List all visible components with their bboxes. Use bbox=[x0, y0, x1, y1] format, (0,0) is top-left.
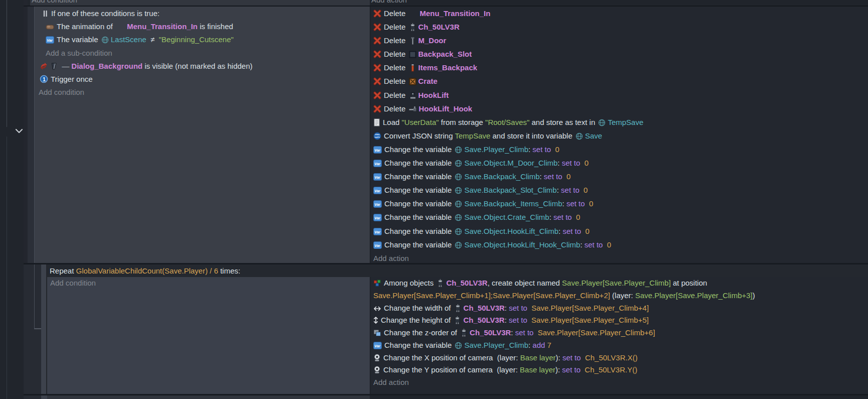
row-text: : bbox=[562, 199, 566, 208]
row-text: 0 bbox=[589, 199, 593, 208]
row-text: from storage bbox=[439, 118, 486, 126]
action-set-variable-hooklift-hook-climb[interactable]: VarChange the variable Save.Object.HookL… bbox=[370, 238, 868, 251]
row-text: Ch_50LV3R bbox=[418, 23, 460, 31]
action-delete-m-door[interactable]: Delete M_Door bbox=[370, 34, 868, 47]
crate-icon bbox=[409, 78, 416, 85]
row-text: Delete bbox=[384, 91, 408, 99]
row-text: 0 bbox=[584, 186, 588, 194]
repeat-event-header[interactable]: Repeat GlobalVariableChildCount(Save.Pla… bbox=[47, 264, 868, 277]
row-text: Ch_50LV3R bbox=[446, 279, 487, 287]
action-convert-json[interactable]: Convert JSON string TempSave and store i… bbox=[370, 129, 868, 143]
row-text: Crate bbox=[418, 77, 438, 85]
json-icon bbox=[373, 132, 381, 140]
event1-drag-bar[interactable] bbox=[28, 7, 34, 263]
action-set-variable-hooklift-climb[interactable]: VarChange the variable Save.Object.HookL… bbox=[370, 224, 868, 238]
action-set-variable-backpack-slot-climb[interactable]: VarChange the variable Save.Backpack_Slo… bbox=[370, 183, 868, 197]
action-create-object[interactable]: Among objects Ch_50LV3R, create object n… bbox=[370, 277, 868, 302]
animation-icon bbox=[46, 23, 54, 31]
row-text: and store as text in bbox=[529, 118, 597, 126]
row-text: Delete bbox=[384, 9, 408, 18]
action-change-z-order[interactable]: Change the z-order of Ch_50LV3R: set to … bbox=[370, 327, 868, 339]
action-camera-y[interactable]: Change the Y position of camera (layer: … bbox=[370, 364, 868, 376]
previous-event-actions-strip: Add action bbox=[370, 0, 868, 6]
door-icon bbox=[409, 37, 416, 45]
row-text: Save.Player[Save.Player_Climb+5] bbox=[531, 316, 649, 324]
collapse-chevron-icon[interactable] bbox=[15, 127, 24, 135]
action-set-variable-m-door-climb[interactable]: VarChange the variable Save.Object.M_Doo… bbox=[370, 156, 868, 170]
add-action-button[interactable]: Add action bbox=[370, 251, 868, 263]
action-delete-crate[interactable]: Delete Crate bbox=[370, 74, 868, 88]
row-text: — bbox=[60, 62, 71, 70]
add-condition-button[interactable]: Add condition bbox=[35, 86, 370, 99]
row-text: Change the height of bbox=[381, 316, 453, 324]
hooklift-icon bbox=[409, 91, 416, 99]
svg-text:Var: Var bbox=[374, 175, 381, 180]
repeat-actions-panel: Among objects Ch_50LV3R, create object n… bbox=[370, 277, 868, 394]
row-text: Save.Player[Save.Player_Climb+4] bbox=[531, 304, 649, 312]
global-variable-icon bbox=[598, 119, 606, 126]
row-text: Change the variable bbox=[384, 199, 454, 208]
row-text: at position bbox=[671, 279, 709, 287]
row-text: 0 bbox=[566, 172, 570, 181]
action-delete-ch-50lv3r[interactable]: Delete Ch_50LV3R bbox=[370, 20, 868, 34]
action-set-variable-backpack-items-climb[interactable]: VarChange the variable Save.Backpack_Ite… bbox=[370, 197, 868, 210]
row-text: set to bbox=[509, 304, 531, 312]
repeat-event-drag-bar[interactable] bbox=[41, 264, 47, 394]
action-delete-menu-transition-in[interactable]: Delete Menu_Transition_In bbox=[370, 7, 868, 20]
row-text: set to bbox=[553, 213, 576, 221]
condition-dialog-visible[interactable]: — Dialog_Background is visible (not mark… bbox=[35, 60, 370, 73]
action-set-variable-backpack-climb[interactable]: VarChange the variable Save.Backpack_Cli… bbox=[370, 170, 868, 183]
row-text: Save.Object.HookLift_Climb bbox=[464, 227, 558, 235]
condition-variable-lastscene[interactable]: VarThe variable LastScene ≠ "Beginning_C… bbox=[35, 33, 370, 46]
row-text: Change the z-order of bbox=[384, 328, 459, 337]
row-text: Base layer bbox=[520, 365, 555, 374]
or-icon bbox=[42, 10, 49, 18]
row-text: : bbox=[549, 213, 553, 221]
add-sub-condition-button[interactable]: Add a sub-condition bbox=[35, 47, 370, 60]
condition-or-group[interactable]: If one of these conditions is true: bbox=[35, 7, 370, 20]
next-event-drag-bar[interactable] bbox=[41, 395, 47, 399]
action-delete-backpack-slot[interactable]: Delete Backpack_Slot bbox=[370, 47, 868, 61]
row-text: set to bbox=[566, 199, 589, 208]
row-text: ): bbox=[556, 353, 562, 362]
action-load-storage[interactable]: Load "UserData" from storage "Root/Saves… bbox=[370, 115, 868, 129]
row-text: Save.Backpack_Climb bbox=[464, 172, 539, 181]
variable-icon: Var bbox=[373, 200, 382, 208]
row-text: TempSave bbox=[455, 131, 490, 140]
action-delete-hooklift-hook[interactable]: Delete HookLift_Hook bbox=[370, 102, 868, 115]
action-camera-x[interactable]: Change the X position of camera (layer: … bbox=[370, 352, 868, 364]
next-event-conditions-strip bbox=[47, 395, 370, 399]
row-text: Menu_Transition_In bbox=[420, 9, 491, 18]
row-text: Change the variable bbox=[384, 172, 454, 181]
next-event-actions-strip bbox=[370, 395, 868, 399]
condition-animation-finished[interactable]: The animation of Menu_Transition_In is f… bbox=[35, 20, 370, 33]
action-set-variable-player-climb[interactable]: VarChange the variable Save.Player_Climb… bbox=[370, 143, 868, 156]
global-variable-icon bbox=[455, 173, 462, 181]
action-set-variable-crate-climb[interactable]: VarChange the variable Save.Object.Crate… bbox=[370, 210, 868, 224]
global-variable-icon bbox=[455, 241, 462, 249]
action-delete-hooklift[interactable]: Delete HookLift bbox=[370, 88, 868, 102]
action-add-variable-player-climb[interactable]: VarChange the variable Save.Player_Climb… bbox=[370, 339, 868, 352]
global-variable-icon bbox=[455, 342, 462, 349]
add-condition-button[interactable]: Add condition bbox=[32, 0, 77, 4]
variable-icon: Var bbox=[373, 214, 382, 221]
add-action-button[interactable]: Add action bbox=[371, 0, 407, 4]
width-icon bbox=[373, 305, 381, 312]
action-change-width[interactable]: Change the width of Ch_50LV3R: set to Sa… bbox=[370, 302, 868, 315]
action-delete-items-backpack[interactable]: Delete Items_Backpack bbox=[370, 61, 868, 74]
add-action-button[interactable]: Add action bbox=[370, 376, 868, 389]
row-text: ≠ bbox=[147, 35, 159, 44]
row-text: Add condition bbox=[50, 279, 96, 287]
robot-icon bbox=[409, 23, 416, 31]
dialog-thumb-icon bbox=[50, 62, 57, 70]
condition-trigger-once[interactable]: 1Trigger once bbox=[35, 73, 370, 86]
sub-event-rail bbox=[34, 264, 41, 329]
row-text: Trigger once bbox=[51, 75, 93, 83]
action-change-height[interactable]: Change the height of Ch_50LV3R: set to S… bbox=[370, 314, 868, 327]
row-text: Save.Backpack_Items_Climb bbox=[464, 199, 562, 208]
row-text: ) bbox=[753, 291, 755, 300]
row-text: Menu_Transition_In bbox=[127, 22, 198, 31]
add-condition-button[interactable]: Add condition bbox=[47, 277, 370, 290]
svg-text:Var: Var bbox=[374, 189, 381, 193]
row-text: Ch_50LV3R bbox=[470, 328, 511, 337]
